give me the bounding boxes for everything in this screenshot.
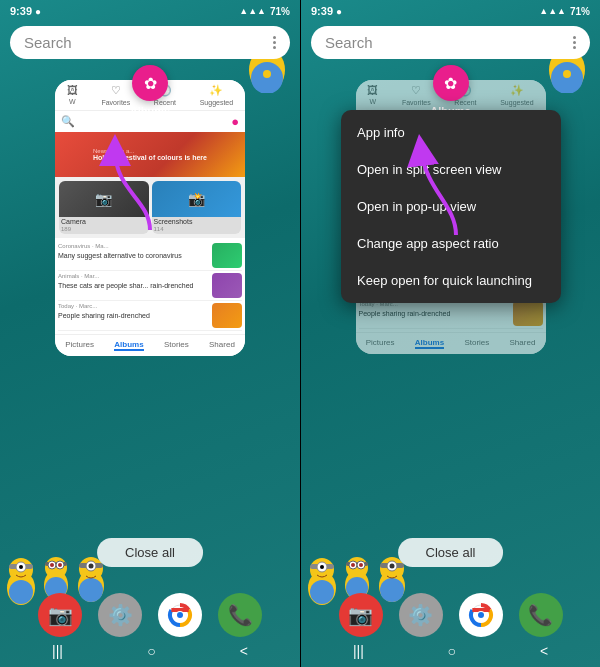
svg-point-51 bbox=[310, 580, 334, 604]
app-card-wrapper: 🖼 W ♡ Favorites 🕐 Recent ✨ Suggested bbox=[55, 80, 245, 356]
svg-point-26 bbox=[58, 563, 62, 567]
bottom-tab-stories[interactable]: Stories bbox=[164, 340, 189, 351]
context-popup-view[interactable]: Open in pop-up view bbox=[341, 188, 561, 225]
tab-w-r: 🖼 W bbox=[367, 84, 378, 106]
holi-image: News · This a... Holi, the festival of c… bbox=[55, 132, 245, 177]
albums-app-icon-right: ✿ bbox=[433, 65, 469, 101]
time-left: 9:39 bbox=[10, 5, 32, 17]
svg-point-44 bbox=[563, 70, 571, 78]
bottom-tab-pictures[interactable]: Pictures bbox=[65, 340, 94, 351]
context-menu: App info Open in split screen view Open … bbox=[341, 110, 561, 303]
nav-back-left[interactable]: < bbox=[240, 643, 248, 659]
dock-chrome-left[interactable] bbox=[158, 593, 202, 637]
wifi-icon-right: ● bbox=[336, 6, 342, 17]
nav-menu-left[interactable]: ||| bbox=[52, 643, 63, 659]
more-options-right[interactable] bbox=[573, 36, 576, 49]
left-panel: 9:39 ● ▲▲▲ 71% Search bbox=[0, 0, 300, 667]
tab-w[interactable]: 🖼 W bbox=[67, 84, 78, 106]
svg-point-35 bbox=[177, 612, 183, 618]
status-time-right: 9:39 ● bbox=[311, 5, 342, 17]
search-bar-left[interactable]: Search bbox=[10, 26, 290, 59]
svg-point-61 bbox=[351, 563, 355, 567]
svg-point-54 bbox=[320, 565, 324, 569]
albums-label: Albums bbox=[130, 105, 170, 117]
tab-sug-r: ✨ Suggested bbox=[500, 84, 533, 106]
svg-point-68 bbox=[390, 564, 395, 569]
dock-settings-left[interactable]: ⚙️ bbox=[98, 593, 142, 637]
search-bar-right[interactable]: Search bbox=[311, 26, 590, 59]
context-app-info[interactable]: App info bbox=[341, 114, 561, 151]
more-options-left[interactable] bbox=[273, 36, 276, 49]
bottom-tab-shared[interactable]: Shared bbox=[209, 340, 235, 351]
news-item-2: Animals · Mar... These cats are people s… bbox=[58, 271, 242, 301]
close-all-right[interactable]: Close all bbox=[398, 538, 504, 567]
app-card-gallery[interactable]: 🖼 W ♡ Favorites 🕐 Recent ✨ Suggested bbox=[55, 80, 245, 356]
albums-icon-symbol: ✿ bbox=[144, 74, 157, 93]
dock-settings-right[interactable]: ⚙️ bbox=[399, 593, 443, 637]
nav-home-right[interactable]: ○ bbox=[448, 643, 456, 659]
svg-point-62 bbox=[359, 563, 363, 567]
search-placeholder-right: Search bbox=[325, 34, 373, 51]
dock-camera-left[interactable]: 📷 bbox=[38, 593, 82, 637]
context-aspect-ratio[interactable]: Change app aspect ratio bbox=[341, 225, 561, 262]
svg-point-18 bbox=[19, 565, 23, 569]
status-time-left: 9:39 ● bbox=[10, 5, 41, 17]
search-placeholder-left: Search bbox=[24, 34, 72, 51]
dock-phone-left[interactable]: 📞 bbox=[218, 593, 262, 637]
album-grid: 📷 Camera 189 📸 Screenshots 114 bbox=[55, 177, 245, 238]
svg-point-15 bbox=[9, 580, 33, 604]
news-item-3: Today · Marc... People sharing rain-dren… bbox=[58, 301, 242, 331]
tab-favorites[interactable]: ♡ Favorites bbox=[101, 84, 130, 106]
dock-phone-right[interactable]: 📞 bbox=[519, 593, 563, 637]
status-icons-left: ▲▲▲ 71% bbox=[239, 6, 290, 17]
signal-left: ▲▲▲ bbox=[239, 6, 266, 16]
status-bar-right: 9:39 ● ▲▲▲ 71% bbox=[301, 0, 600, 22]
context-split-screen[interactable]: Open in split screen view bbox=[341, 151, 561, 188]
battery-right: 71% bbox=[570, 6, 590, 17]
nav-bar-right: ||| ○ < bbox=[301, 641, 600, 661]
wifi-icon-left: ● bbox=[35, 6, 41, 17]
news-section: Coronavirus · Ma... Many suggest alterna… bbox=[55, 238, 245, 334]
svg-point-56 bbox=[346, 557, 368, 579]
time-right: 9:39 bbox=[311, 5, 333, 17]
albums-app-icon: ✿ bbox=[132, 65, 168, 101]
screenshots-album[interactable]: 📸 Screenshots 114 bbox=[152, 181, 242, 234]
svg-point-32 bbox=[89, 564, 94, 569]
close-all-left[interactable]: Close all bbox=[97, 538, 203, 567]
dock-chrome-right[interactable] bbox=[459, 593, 503, 637]
gallery-bottom-tabs: Pictures Albums Stories Shared bbox=[55, 334, 245, 356]
tab-fav-r: ♡ Favorites bbox=[402, 84, 431, 106]
bottom-tab-albums[interactable]: Albums bbox=[114, 340, 143, 351]
tab-suggested[interactable]: ✨ Suggested bbox=[200, 84, 233, 106]
dock-right: 📷 ⚙️ 📞 bbox=[339, 593, 563, 637]
svg-point-8 bbox=[263, 70, 271, 78]
right-panel: 9:39 ● ▲▲▲ 71% Search bbox=[300, 0, 600, 667]
news-item-1: Coronavirus · Ma... Many suggest alterna… bbox=[58, 241, 242, 271]
search-icon-gallery[interactable]: 🔍 bbox=[61, 115, 75, 128]
dock-left: 📷 ⚙️ 📞 bbox=[38, 593, 262, 637]
nav-bar-left: ||| ○ < bbox=[0, 641, 300, 661]
nav-home-left[interactable]: ○ bbox=[147, 643, 155, 659]
nav-menu-right[interactable]: ||| bbox=[353, 643, 364, 659]
svg-point-25 bbox=[50, 563, 54, 567]
svg-point-20 bbox=[45, 557, 67, 579]
status-bar-left: 9:39 ● ▲▲▲ 71% bbox=[0, 0, 300, 22]
more-icon-gallery[interactable]: ● bbox=[231, 114, 239, 129]
signal-right: ▲▲▲ bbox=[539, 6, 566, 16]
svg-point-71 bbox=[478, 612, 484, 618]
nav-back-right[interactable]: < bbox=[540, 643, 548, 659]
battery-left: 71% bbox=[270, 6, 290, 17]
camera-album[interactable]: 📷 Camera 189 bbox=[59, 181, 149, 234]
status-icons-right: ▲▲▲ 71% bbox=[539, 6, 590, 17]
dock-camera-right[interactable]: 📷 bbox=[339, 593, 383, 637]
context-quick-launch[interactable]: Keep open for quick launching bbox=[341, 262, 561, 299]
